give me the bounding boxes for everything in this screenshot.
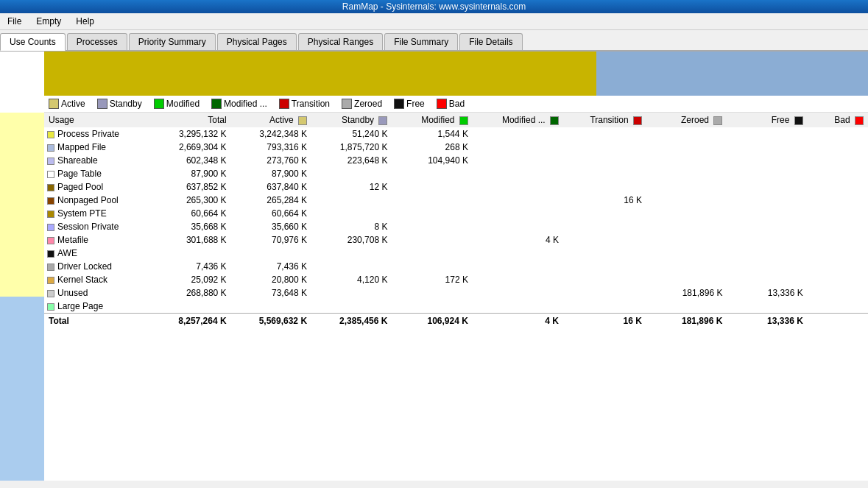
usage-color-box [47, 250, 54, 258]
legend-standby-box [97, 99, 107, 109]
cell-bad [808, 194, 868, 207]
cell-active: 87,900 K [231, 167, 311, 180]
main-content: Active Standby Modified Modified ... Tra… [0, 52, 868, 481]
cell-modified2 [473, 167, 563, 180]
table-row: Unused268,880 K73,648 K181,896 K13,336 K [44, 286, 868, 300]
menu-file[interactable]: File [3, 15, 26, 28]
modified-color-box [459, 116, 468, 125]
cell-modified2 [473, 194, 563, 207]
col-standby: Standby [311, 113, 392, 127]
legend-modified: Modified [154, 99, 200, 109]
cell-modified [392, 233, 472, 247]
cell-modified2 [473, 207, 563, 220]
cell-free [727, 167, 807, 180]
cell-modified2 [473, 247, 563, 260]
cell-modified: 268 K [392, 141, 472, 154]
active-color-box [298, 116, 307, 125]
cell-modified2 [473, 273, 563, 286]
cell-free [727, 260, 807, 273]
cell-bad [808, 247, 868, 260]
cell-total: 35,668 K [153, 220, 231, 233]
table-row: Page Table87,900 K87,900 K [44, 167, 868, 180]
cell-standby: 4,120 K [311, 273, 392, 286]
color-bar-blue [0, 297, 44, 481]
menu-empty[interactable]: Empty [32, 15, 66, 28]
cell-total: 3,295,132 K [153, 127, 231, 141]
total-row: Total 8,257,264 K 5,569,632 K 2,385,456 … [44, 314, 868, 329]
cell-modified2 [473, 180, 563, 194]
cell-bad [808, 167, 868, 180]
legend-modified-box [154, 99, 164, 109]
table-row: Shareable602,348 K273,760 K223,648 K104,… [44, 154, 868, 167]
table-row: System PTE60,664 K60,664 K [44, 207, 868, 220]
cell-standby [311, 167, 392, 180]
cell-usage: Session Private [44, 220, 153, 233]
cell-active: 35,660 K [231, 220, 311, 233]
table-footer: Total 8,257,264 K 5,569,632 K 2,385,456 … [44, 314, 868, 329]
legend-standby: Standby [97, 99, 142, 109]
tab-physical-ranges[interactable]: Physical Ranges [298, 33, 383, 50]
tab-priority-summary[interactable]: Priority Summary [129, 33, 216, 50]
cell-usage: Paged Pool [44, 180, 153, 194]
cell-modified: 172 K [392, 273, 472, 286]
cell-active: 265,284 K [231, 194, 311, 207]
usage-color-box [47, 264, 54, 271]
menu-help[interactable]: Help [71, 15, 99, 28]
legend-active-box [49, 99, 59, 109]
usage-color-box [47, 131, 54, 138]
legend-active-label: Active [61, 99, 85, 109]
tab-file-summary[interactable]: File Summary [384, 33, 458, 50]
col-active: Active [231, 113, 311, 127]
cell-free [727, 207, 807, 220]
cell-zeroed [646, 127, 727, 141]
cell-modified [392, 260, 472, 273]
legend-bad-label: Bad [449, 99, 465, 109]
cell-standby [311, 260, 392, 273]
cell-zeroed [646, 154, 727, 167]
cell-transition [563, 127, 646, 141]
cell-bad [808, 154, 868, 167]
legend-transition: Transition [279, 99, 330, 109]
cell-bad [808, 233, 868, 247]
usage-color-box [47, 171, 54, 178]
legend-zeroed-box [342, 99, 352, 109]
tab-file-details[interactable]: File Details [459, 33, 522, 50]
cell-standby: 8 K [311, 220, 392, 233]
cell-active: 273,760 K [231, 154, 311, 167]
table-row: Session Private35,668 K35,660 K8 K [44, 220, 868, 233]
table-container[interactable]: Usage Total Active Standby Modified [44, 113, 868, 481]
cell-active: 3,242,348 K [231, 127, 311, 141]
content-wrapper: Usage Total Active Standby Modified [0, 113, 868, 481]
cell-zeroed: 181,896 K [646, 286, 727, 300]
cell-modified2 [473, 300, 563, 314]
usage-color-box [47, 197, 54, 205]
cell-active: 70,976 K [231, 233, 311, 247]
tab-use-counts[interactable]: Use Counts [0, 33, 66, 51]
cell-modified2 [473, 220, 563, 233]
cell-free [727, 180, 807, 194]
cell-standby: 223,648 K [311, 154, 392, 167]
cell-total: 602,348 K [153, 154, 231, 167]
cell-zeroed [646, 247, 727, 260]
cell-usage: Mapped File [44, 141, 153, 154]
cell-total: 265,300 K [153, 194, 231, 207]
cell-modified: 1,544 K [392, 127, 472, 141]
table-row: Large Page [44, 300, 868, 314]
tab-physical-pages[interactable]: Physical Pages [217, 33, 297, 50]
cell-zeroed [646, 167, 727, 180]
legend-free-label: Free [406, 99, 425, 109]
table-row: Process Private3,295,132 K3,242,348 K51,… [44, 127, 868, 141]
cell-usage: System PTE [44, 207, 153, 220]
cell-free [727, 247, 807, 260]
tab-processes[interactable]: Processes [67, 33, 127, 50]
usage-color-box [47, 184, 54, 191]
cell-standby [311, 300, 392, 314]
col-bad: Bad [808, 113, 868, 127]
cell-free [727, 141, 807, 154]
cell-bad [808, 220, 868, 233]
cell-usage: Driver Locked [44, 260, 153, 273]
modified2-color-box [550, 116, 559, 125]
cell-total: 60,664 K [153, 207, 231, 220]
legend-transition-label: Transition [292, 99, 330, 109]
legend-modified2: Modified ... [211, 99, 267, 109]
